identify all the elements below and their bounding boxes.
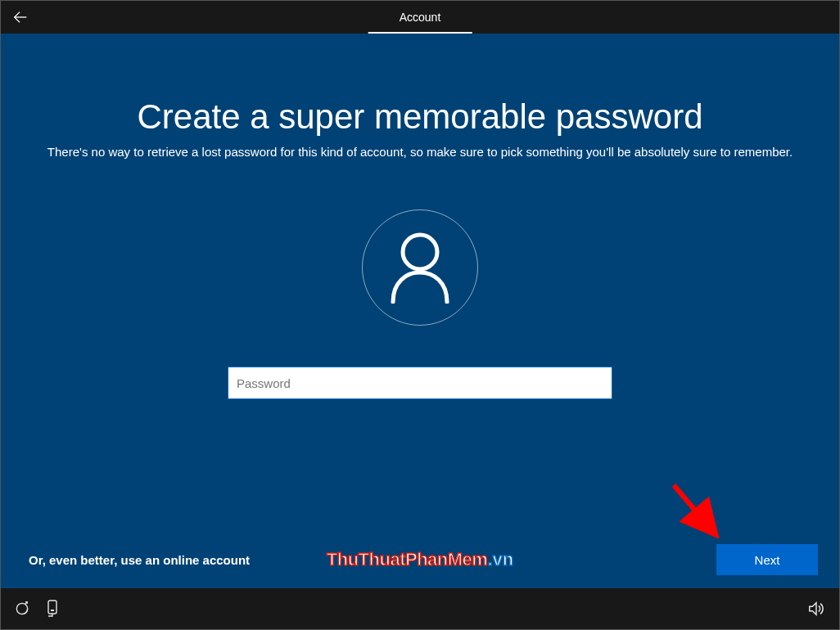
watermark-ext: .vn <box>487 549 513 569</box>
use-online-account-link[interactable]: Or, even better, use an online account <box>29 553 250 567</box>
svg-line-3 <box>674 485 710 528</box>
page-subtitle: There's no way to retrieve a lost passwo… <box>47 145 793 159</box>
svg-marker-8 <box>810 603 816 615</box>
page-title: Create a super memorable password <box>138 97 703 137</box>
password-input[interactable]: Password <box>228 367 612 399</box>
user-avatar-circle <box>362 209 478 326</box>
svg-point-1 <box>403 235 437 269</box>
ease-of-access-icon <box>14 601 30 617</box>
tab-account-label: Account <box>400 11 441 24</box>
ease-of-access-button[interactable] <box>12 599 32 619</box>
next-button[interactable]: Next <box>716 544 818 575</box>
main-content: Create a super memorable password There'… <box>1 34 839 588</box>
next-button-label: Next <box>755 553 780 567</box>
svg-rect-7 <box>51 610 54 611</box>
back-button[interactable] <box>1 1 40 34</box>
bottom-bar-left <box>1 599 63 619</box>
volume-icon <box>807 600 825 618</box>
bottom-bar <box>1 588 839 629</box>
password-placeholder-text: Password <box>237 376 291 390</box>
online-link-text: Or, even better, use an online account <box>29 553 250 567</box>
keyboard-layout-button[interactable] <box>43 599 63 619</box>
annotation-arrow-icon <box>667 479 725 544</box>
watermark-main: ThuThuatPhanMem <box>327 549 488 569</box>
back-arrow-icon <box>11 8 29 26</box>
top-nav: Account <box>368 1 472 34</box>
volume-button[interactable] <box>806 599 826 619</box>
user-icon <box>388 232 452 304</box>
top-bar: Account <box>1 1 839 34</box>
keyboard-icon <box>45 600 61 618</box>
tab-account[interactable]: Account <box>368 1 472 34</box>
watermark: ThuThuatPhanMem.vn <box>327 549 513 570</box>
svg-rect-6 <box>48 601 56 614</box>
bottom-bar-right <box>806 599 826 619</box>
